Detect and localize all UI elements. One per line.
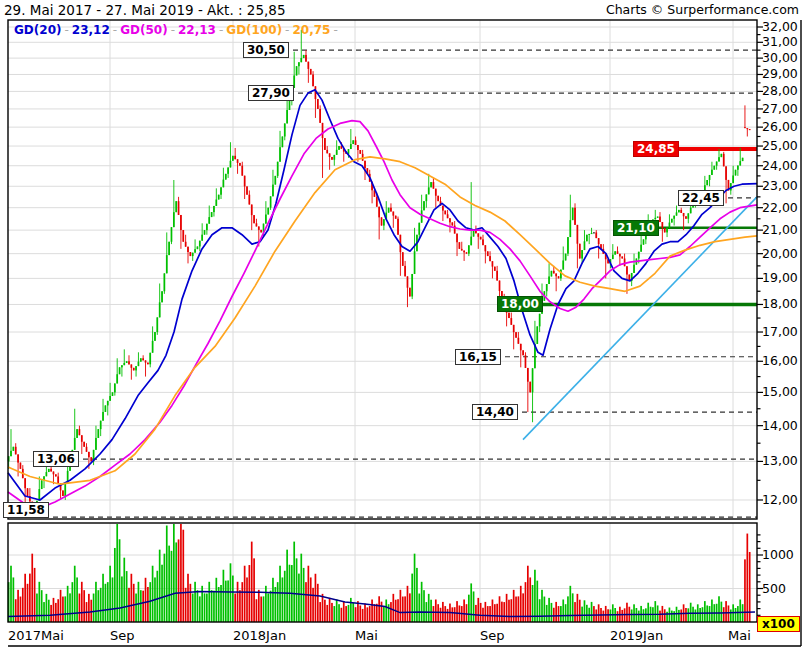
- price-tick-label: 24,00: [762, 158, 798, 173]
- price-level-label-30_50: 30,50: [243, 42, 289, 58]
- price-level-label-16_15: 16,15: [455, 349, 501, 365]
- price-tick-label: 19,00: [762, 270, 798, 285]
- price-tick-label: 23,00: [762, 178, 798, 193]
- price-level-label-21_10: 21,10: [613, 220, 659, 236]
- price-tick-label: 26,00: [762, 119, 798, 134]
- candles-layer: [8, 30, 751, 517]
- price-tick-label: 16,00: [762, 353, 798, 368]
- volume-tick-label: 500: [762, 581, 786, 596]
- legend-ma-label: GD(20): [14, 23, 61, 37]
- price-tick-label: 28,00: [762, 83, 798, 98]
- price-tick-label: 22,00: [762, 200, 798, 215]
- price-tick-label: 27,00: [762, 101, 798, 116]
- volume-unit-badge: x100: [757, 616, 800, 632]
- legend-ma-value: 23,12: [72, 23, 110, 37]
- legend-ma-value: 22,13: [178, 23, 216, 37]
- volume-tick-label: 1000: [762, 547, 794, 562]
- price-tick-label: 25,00: [762, 138, 798, 153]
- price-level-label-14_40: 14,40: [472, 404, 518, 420]
- price-tick-label: 29,00: [762, 66, 798, 81]
- level-lines-layer: [44, 50, 757, 517]
- time-tick-label: 2019Jan: [610, 628, 663, 643]
- price-level-label-18_00: 18,00: [497, 296, 543, 312]
- legend-ma-value: 20,75: [292, 23, 330, 37]
- ma-line-GD100: [8, 157, 757, 484]
- price-level-label-11_58: 11,58: [3, 502, 49, 518]
- price-tick-label: 14,00: [762, 418, 798, 433]
- price-tick-label: 12,00: [762, 492, 798, 507]
- stock-chart-page: 29. Mai 2017 - 27. Mai 2019 - Akt. : 25,…: [0, 0, 805, 650]
- price-level-label-13_06: 13,06: [33, 451, 79, 467]
- price-tick-label: 32,00: [762, 19, 798, 34]
- price-tick-label: 31,00: [762, 34, 798, 49]
- price-tick-label: 13,00: [762, 453, 798, 468]
- price-tick-label: 21,00: [762, 222, 798, 237]
- time-tick-label: 2017Mai: [8, 628, 64, 643]
- price-volume-chart: [0, 0, 805, 650]
- time-tick-label: Mai: [728, 628, 751, 643]
- ma-legend: GD(20)-23,12-GD(50)-22,13-GD(100)-20,75-: [14, 23, 341, 37]
- price-level-label-27_90: 27,90: [248, 85, 294, 101]
- time-tick-label: Mai: [355, 628, 378, 643]
- time-tick-label: Sep: [110, 628, 135, 643]
- price-tick-label: 15,00: [762, 384, 798, 399]
- legend-ma-label: GD(100): [226, 23, 282, 37]
- price-tick-label: 17,00: [762, 324, 798, 339]
- time-tick-label: 2018Jan: [233, 628, 286, 643]
- time-tick-label: Sep: [480, 628, 505, 643]
- price-tick-label: 18,00: [762, 296, 798, 311]
- price-level-label-24_85: 24,85: [633, 141, 679, 157]
- price-tick-label: 20,00: [762, 246, 798, 261]
- grid-layer: [8, 20, 757, 622]
- borders-layer: [8, 20, 801, 646]
- price-tick-label: 30,00: [762, 50, 798, 65]
- legend-ma-label: GD(50): [120, 23, 167, 37]
- price-level-label-22_45: 22,45: [678, 190, 724, 206]
